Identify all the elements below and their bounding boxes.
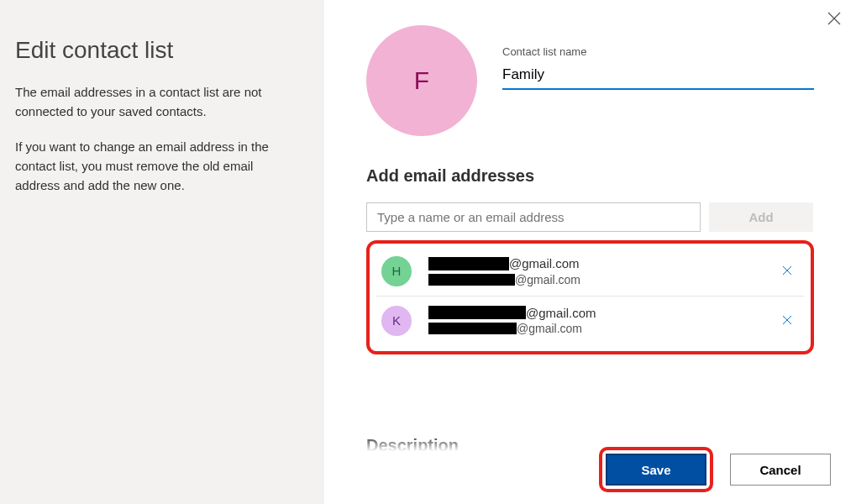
contact-domain: @gmail.com	[526, 305, 596, 322]
contact-domain: @gmail.com	[509, 255, 580, 272]
email-input[interactable]	[366, 202, 701, 232]
sidebar-description-2: If you want to change an email address i…	[15, 137, 289, 196]
redacted-email	[428, 274, 515, 286]
sidebar-description-1: The email addresses in a contact list ar…	[15, 82, 289, 122]
save-button[interactable]: Save	[606, 454, 706, 486]
add-emails-title: Add email addresses	[366, 166, 814, 186]
contact-avatar: K	[381, 306, 412, 336]
close-icon	[782, 265, 792, 276]
description-title: Description	[366, 436, 459, 455]
close-button[interactable]	[826, 10, 843, 27]
main-panel: F Contact list name Add email addresses …	[324, 0, 856, 504]
close-icon	[782, 315, 792, 325]
list-avatar: F	[366, 25, 477, 136]
contacts-highlight-box: H @gmail.com @gmail.com K @gmail.com @gm…	[366, 240, 814, 354]
remove-contact-button[interactable]	[775, 307, 799, 334]
redacted-email	[428, 323, 517, 334]
redacted-name	[428, 306, 526, 319]
contact-row: H @gmail.com @gmail.com	[376, 247, 804, 296]
contact-domain-sub: @gmail.com	[517, 321, 582, 336]
save-highlight-box: Save	[599, 447, 713, 492]
add-button[interactable]: Add	[709, 202, 813, 232]
contact-domain-sub: @gmail.com	[515, 272, 580, 287]
list-name-input[interactable]	[502, 63, 814, 90]
cancel-button[interactable]: Cancel	[730, 454, 831, 486]
close-icon	[827, 12, 841, 25]
contact-avatar: H	[381, 256, 412, 286]
contact-row: K @gmail.com @gmail.com	[376, 296, 804, 345]
page-title: Edit contact list	[15, 37, 309, 64]
remove-contact-button[interactable]	[775, 257, 799, 285]
redacted-name	[428, 257, 509, 270]
list-name-label: Contact list name	[502, 45, 814, 58]
sidebar: Edit contact list The email addresses in…	[0, 0, 324, 504]
